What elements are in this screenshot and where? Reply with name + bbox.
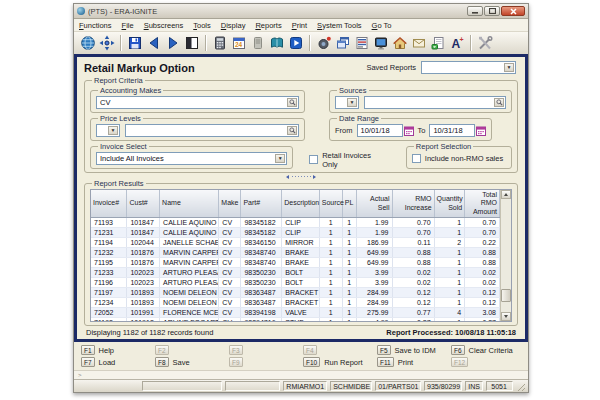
- saved-reports-dropdown[interactable]: ▼: [421, 61, 516, 74]
- column-header-pl[interactable]: PL: [342, 190, 356, 218]
- menu-item-display[interactable]: Display: [221, 21, 246, 30]
- lookup-icon[interactable]: [287, 126, 297, 135]
- column-header-rmo-increase[interactable]: RMO Increase: [392, 190, 434, 218]
- toolbar-button-compass[interactable]: [97, 34, 116, 53]
- menu-item-subscreens[interactable]: Subscreens: [144, 21, 184, 30]
- title-bar[interactable]: (PTS) - ERA-IGNITE: [74, 4, 528, 19]
- lookup-icon[interactable]: [494, 98, 504, 107]
- table-row[interactable]: 71196102023ARTURO PLEASANTCV98350230BOLT…: [91, 278, 500, 288]
- toolbar-button-forward[interactable]: [163, 34, 182, 53]
- chevron-down-icon[interactable]: ▼: [347, 98, 357, 107]
- chevron-down-icon[interactable]: ▼: [108, 126, 118, 135]
- scrollbar-track[interactable]: [501, 199, 511, 312]
- menu-item-functions[interactable]: Functions: [79, 21, 112, 30]
- toolbar-button-book[interactable]: [267, 34, 286, 53]
- calendar-icon[interactable]: [404, 126, 414, 136]
- column-header-name[interactable]: Name: [160, 190, 219, 218]
- table-cell: 71195: [91, 258, 127, 268]
- toolbar-button-home[interactable]: [390, 34, 409, 53]
- globe-icon: [80, 35, 96, 51]
- table-cell: 71194: [91, 238, 127, 248]
- toolbar-button-monitor[interactable]: [371, 34, 390, 53]
- table-row[interactable]: 71194102044JANELLE SCHAEFERCV98346150MIR…: [91, 238, 500, 248]
- table-cell: 101876: [127, 258, 160, 268]
- table-row[interactable]: 71197101893NOEMI DELEONCV98363487BRACKET…: [91, 288, 500, 298]
- table-row[interactable]: 71231101847CALLIE AQUINOCV98345182CLIP11…: [91, 228, 500, 238]
- fkey-f7-load[interactable]: F7Load: [81, 356, 151, 368]
- column-header-total-rmo-amount[interactable]: Total RMO Amount: [465, 190, 500, 218]
- column-header-description[interactable]: Description: [282, 190, 320, 218]
- chevron-down-icon[interactable]: ▼: [504, 63, 514, 72]
- table-row[interactable]: 71193101847CALLIE AQUINOCV98345182CLIP11…: [91, 218, 500, 228]
- menu-item-tools[interactable]: Tools: [193, 21, 211, 30]
- resize-grip[interactable]: [516, 381, 525, 391]
- toolbar-button-font-size[interactable]: A+: [447, 34, 466, 53]
- menu-item-reports[interactable]: Reports: [255, 21, 281, 30]
- close-button[interactable]: [501, 6, 525, 16]
- scroll-up-icon[interactable]: [501, 190, 511, 199]
- toolbar-button-tools[interactable]: [475, 34, 494, 53]
- menu-item-go-to[interactable]: Go To: [372, 21, 392, 30]
- toolbar-button-play[interactable]: [286, 34, 305, 53]
- menu-item-system-tools[interactable]: System Tools: [317, 21, 361, 30]
- fkey-f10-run-report[interactable]: F10Run Report: [303, 356, 373, 368]
- date-from-input[interactable]: 10/01/18: [357, 124, 403, 137]
- fkey-f6-clear-criteria[interactable]: F6Clear Criteria: [451, 344, 521, 356]
- retail-invoices-only-option[interactable]: Retail Invoices Only: [309, 151, 384, 169]
- fkey-f1-help[interactable]: F1Help: [81, 344, 151, 356]
- sources-input[interactable]: [364, 96, 506, 109]
- table-cell: 1: [342, 248, 356, 258]
- fkey-f5-save-to-idm[interactable]: F5Save to IDM: [377, 344, 447, 356]
- include-non-rmo-option[interactable]: Include non-RMO sales: [412, 152, 506, 165]
- table-row[interactable]: 71198101918ARLINE FOGARTYCV98394716STUD1…: [91, 318, 500, 322]
- table-cell: 101893: [127, 298, 160, 308]
- report-processed-timestamp: 10/08/18 11:05:18: [455, 328, 516, 337]
- toolbar-button-export[interactable]: [428, 34, 447, 53]
- scrollbar-thumb[interactable]: [501, 289, 511, 302]
- include-non-rmo-checkbox[interactable]: [412, 154, 421, 163]
- fkey-f11-print[interactable]: F11Print: [377, 356, 447, 368]
- camera-icon: [316, 35, 332, 51]
- column-header-actual-sell[interactable]: Actual Sell: [356, 190, 392, 218]
- sources-selector[interactable]: ▼: [335, 96, 359, 109]
- price-levels-selector[interactable]: ▼: [96, 124, 120, 137]
- toolbar-button-globe[interactable]: [78, 34, 97, 53]
- table-row[interactable]: 71195101876MARVIN CARPERCV98348740BRAKE1…: [91, 258, 500, 268]
- table-row[interactable]: 71232101876MARVIN CARPERCV98348740BRAKE1…: [91, 248, 500, 258]
- column-header-cust-[interactable]: Cust#: [127, 190, 160, 218]
- chevron-down-icon[interactable]: ▼: [275, 154, 285, 163]
- toolbar-button-save[interactable]: [125, 34, 144, 53]
- menu-item-print[interactable]: Print: [292, 21, 307, 30]
- minimize-button[interactable]: [467, 6, 483, 16]
- date-to-input[interactable]: 10/31/18: [429, 124, 475, 137]
- lookup-icon[interactable]: [287, 98, 297, 107]
- calendar-icon[interactable]: [476, 126, 486, 136]
- scroll-down-icon[interactable]: [501, 312, 511, 321]
- price-levels-input[interactable]: [125, 124, 299, 137]
- toolbar-button-report-grid[interactable]: [352, 34, 371, 53]
- toolbar-button-phone[interactable]: [248, 34, 267, 53]
- fkey-f8-save[interactable]: F8Save: [155, 356, 225, 368]
- table-cell: 71232: [91, 248, 127, 258]
- table-row[interactable]: 71233102023ARTURO PLEASANTCV98350230BOLT…: [91, 268, 500, 278]
- toolbar-button-calendar[interactable]: 24: [229, 34, 248, 53]
- retail-invoices-only-checkbox[interactable]: [309, 155, 318, 164]
- accounting-makes-input[interactable]: CV: [96, 96, 299, 109]
- toolbar-button-back[interactable]: [144, 34, 163, 53]
- column-header-source[interactable]: Source: [319, 190, 342, 218]
- toolbar-button-cascade-windows[interactable]: [333, 34, 352, 53]
- invoice-select-dropdown[interactable]: Include All Invoices ▼: [96, 152, 287, 165]
- toolbar-button-mail[interactable]: [409, 34, 428, 53]
- column-header-part-[interactable]: Part#: [241, 190, 282, 218]
- maximize-button[interactable]: [484, 6, 500, 16]
- toolbar-button-calculator[interactable]: [210, 34, 229, 53]
- table-row[interactable]: 71234101893NOEMI DELEONCV98363487BRACKET…: [91, 298, 500, 308]
- table-row[interactable]: 72052101991FLORENCE MCELR...CV98394198VA…: [91, 308, 500, 318]
- vertical-scrollbar[interactable]: [500, 190, 511, 321]
- toolbar-button-camera[interactable]: [314, 34, 333, 53]
- column-header-invoice-[interactable]: Invoice#: [91, 190, 127, 218]
- column-header-make[interactable]: Make: [219, 190, 241, 218]
- menu-item-file[interactable]: File: [122, 21, 134, 30]
- toolbar-button-split-view[interactable]: [182, 34, 201, 53]
- column-header-quantity-sold[interactable]: Quantity Sold: [434, 190, 465, 218]
